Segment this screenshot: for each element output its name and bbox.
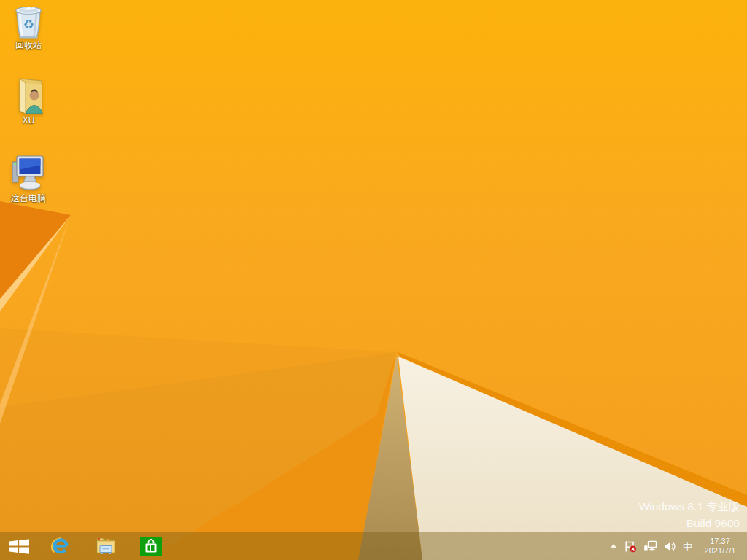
desktop-icon-this-pc[interactable]: 这台电脑 (1, 153, 55, 203)
file-explorer-icon (96, 537, 116, 556)
action-center-flag-alert-icon[interactable] (624, 540, 637, 553)
taskbar-button-internet-explorer[interactable] (38, 532, 83, 560)
desktop-wallpaper (0, 0, 747, 560)
desktop-icon-label: 这台电脑 (11, 194, 46, 203)
taskbar: 中 17:37 2021/7/1 (0, 532, 747, 560)
taskbar-clock[interactable]: 17:37 2021/7/1 (699, 537, 741, 556)
taskbar-empty-area (174, 532, 610, 560)
system-tray: 中 17:37 2021/7/1 (610, 532, 747, 560)
volume-icon[interactable] (664, 541, 676, 552)
windows-start-icon (9, 539, 29, 554)
computer-icon (10, 153, 47, 192)
hidden-icons-chevron-icon[interactable] (610, 544, 617, 549)
watermark-build: Build 9600 (639, 515, 740, 532)
desktop-icon-user-folder[interactable]: XU (1, 77, 55, 125)
start-button[interactable] (0, 532, 38, 560)
desktop-icon-label: 回收站 (15, 41, 42, 50)
clock-time: 17:37 (700, 537, 740, 546)
ime-language-indicator[interactable]: 中 (683, 542, 692, 551)
network-ethernet-icon[interactable] (643, 540, 657, 552)
internet-explorer-icon (50, 536, 71, 556)
build-watermark: Windows 8.1 专业版 Build 9600 (639, 498, 740, 532)
desktop-icon-label: XU (23, 116, 35, 125)
user-folder-icon (12, 77, 44, 114)
taskbar-button-file-explorer[interactable] (83, 532, 128, 560)
windows-store-icon (140, 537, 162, 556)
watermark-edition: Windows 8.1 专业版 (639, 498, 740, 515)
windows-81-desktop: { "os": { "watermark_line1": "Windows 8.… (0, 0, 747, 560)
desktop-icon-recycle-bin[interactable]: ♻ 回收站 (1, 4, 55, 50)
recycle-bin-icon: ♻ (12, 4, 44, 39)
svg-text:♻: ♻ (23, 17, 34, 31)
clock-date: 2021/7/1 (700, 546, 740, 556)
taskbar-button-windows-store[interactable] (128, 532, 174, 560)
